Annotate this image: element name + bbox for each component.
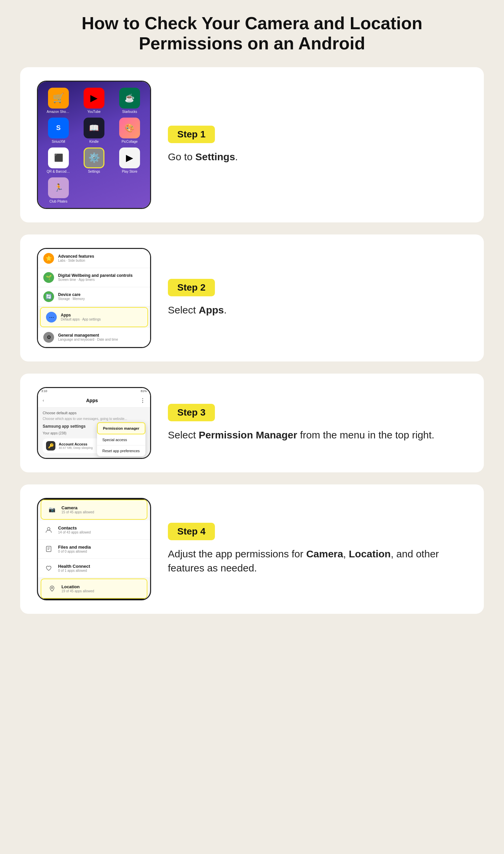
wellbeing-sub: Screen time · App timers: [58, 278, 145, 282]
piccollage-icon: 🎨: [119, 118, 140, 138]
clubpilates-icon: 🏃: [48, 177, 69, 198]
location-title: Location: [61, 584, 141, 589]
step-3-content: Step 3 Select Permission Manager from th…: [168, 404, 467, 442]
app-settings[interactable]: ⚙️ Settings: [78, 147, 110, 173]
camera-title: Camera: [61, 505, 141, 510]
settings-item-devicecare[interactable]: 🔄 Device care Storage · Memory: [38, 287, 150, 306]
advanced-icon: ⭐: [43, 253, 54, 264]
camera-icon: 📷: [47, 504, 57, 515]
app-kindle[interactable]: 📖 Kindle: [78, 118, 110, 143]
home-screen: 🛒 Amazon Shopping ▶ YouTube ☕ Starbucks …: [38, 82, 150, 208]
wellbeing-text: Digital Wellbeing and parental controls …: [58, 273, 145, 282]
step-4-screen: 📷 Camera 15 of 45 apps allowed Contacts …: [37, 498, 151, 600]
perm-location[interactable]: Location 19 of 45 apps allowed: [41, 579, 147, 599]
permission-screen: 📷 Camera 15 of 45 apps allowed Contacts …: [38, 500, 150, 599]
step-1-phone: 🛒 Amazon Shopping ▶ YouTube ☕ Starbucks …: [37, 81, 151, 209]
apps-sub: Default apps · App settings: [61, 318, 142, 321]
settings-item-wellbeing[interactable]: 🌱 Digital Wellbeing and parental control…: [38, 268, 150, 287]
menu-reset-preferences[interactable]: Reset app preferences: [97, 445, 145, 456]
playstore-icon: ▶: [119, 147, 140, 168]
step-2-card: ⭐ Advanced features Labs · Side button 🌱…: [20, 234, 484, 361]
choose-default-title: Choose default apps: [43, 411, 145, 415]
status-bar: 3:10 81%: [38, 388, 150, 394]
camera-sub: 15 of 45 apps allowed: [61, 510, 141, 514]
perm-files[interactable]: Files and media 0 of 0 apps allowed: [38, 539, 150, 559]
contacts-sub: 14 of 43 apps allowed: [58, 531, 145, 534]
app-grid: 🛒 Amazon Shopping ▶ YouTube ☕ Starbucks …: [43, 88, 145, 203]
advanced-title: Advanced features: [58, 254, 145, 259]
svg-point-2: [51, 587, 53, 589]
status-battery: 81%: [141, 389, 147, 393]
settings-item-apps[interactable]: ⋯ Apps Default apps · App settings: [40, 307, 148, 327]
apps-screen: 3:10 81% ‹ Apps ⋮ Permission manager Spe…: [38, 388, 150, 458]
choose-default-sub: Choose which apps to use messages, going…: [43, 417, 145, 421]
files-text: Files and media 0 of 0 apps allowed: [58, 545, 145, 553]
health-sub: 0 of 1 apps allowed: [58, 569, 145, 572]
general-text: General management Language and keyboard…: [58, 333, 145, 341]
health-icon: [43, 563, 54, 573]
app-amazon[interactable]: 🛒 Amazon Shopping: [43, 88, 74, 113]
settings-item-advanced[interactable]: ⭐ Advanced features Labs · Side button: [38, 249, 150, 268]
app-siriusxm[interactable]: S SiriusXM: [43, 118, 74, 143]
perm-contacts[interactable]: Contacts 14 of 43 apps allowed: [38, 520, 150, 539]
settings-label: Settings: [88, 170, 100, 173]
step-4-content: Step 4 Adjust the app permissions for Ca…: [168, 523, 467, 575]
contacts-text: Contacts 14 of 43 apps allowed: [58, 526, 145, 534]
wellbeing-title: Digital Wellbeing and parental controls: [58, 273, 145, 278]
step-4-card: 📷 Camera 15 of 45 apps allowed Contacts …: [20, 484, 484, 614]
step-3-badge: Step 3: [168, 404, 215, 421]
wellbeing-icon: 🌱: [43, 272, 54, 283]
amazon-label: Amazon Shopping: [47, 110, 70, 113]
app-starbucks[interactable]: ☕ Starbucks: [114, 88, 145, 113]
step-3-text: Select Permission Manager from the menu …: [168, 428, 467, 442]
amazon-icon: 🛒: [48, 88, 69, 108]
status-time: 3:10: [41, 389, 47, 393]
step-1-text: Go to Settings.: [168, 150, 467, 164]
general-title: General management: [58, 333, 145, 338]
settings-app-icon: ⚙️: [84, 147, 104, 168]
step-3-screen: 3:10 81% ‹ Apps ⋮ Permission manager Spe…: [37, 387, 151, 459]
more-options-button[interactable]: ⋮: [140, 398, 145, 404]
siriusxm-label: SiriusXM: [52, 140, 65, 143]
context-menu: Permission manager Special access Reset …: [97, 422, 145, 456]
files-sub: 0 of 0 apps allowed: [58, 550, 145, 553]
step-3-phone: 3:10 81% ‹ Apps ⋮ Permission manager Spe…: [37, 387, 151, 459]
devicecare-text: Device care Storage · Memory: [58, 292, 145, 301]
step-2-phone: ⭐ Advanced features Labs · Side button 🌱…: [37, 248, 151, 348]
playstore-label: Play Store: [122, 170, 137, 173]
kindle-icon: 📖: [84, 118, 104, 138]
app-clubpilates[interactable]: 🏃 Club Pilates: [43, 177, 74, 203]
menu-permission-manager[interactable]: Permission manager: [97, 422, 145, 434]
settings-item-general[interactable]: ⚙ General management Language and keyboa…: [38, 328, 150, 347]
account-access-icon: 🔑: [46, 441, 55, 450]
menu-special-access[interactable]: Special access: [97, 434, 145, 445]
files-title: Files and media: [58, 545, 145, 550]
step-1-content: Step 1 Go to Settings.: [168, 126, 467, 164]
app-playstore[interactable]: ▶ Play Store: [114, 147, 145, 173]
general-sub: Language and keyboard · Date and time: [58, 338, 145, 341]
app-qr[interactable]: ⬛ QR & Barcode Sc...: [43, 147, 74, 173]
step-4-phone: 📷 Camera 15 of 45 apps allowed Contacts …: [37, 498, 151, 600]
contacts-title: Contacts: [58, 526, 145, 531]
step-2-content: Step 2 Select Apps.: [168, 279, 467, 317]
general-icon: ⚙: [43, 332, 54, 343]
qr-label: QR & Barcode Sc...: [47, 170, 70, 173]
perm-health[interactable]: Health Connect 0 of 1 apps allowed: [38, 559, 150, 578]
apps-icon: ⋯: [46, 312, 57, 322]
app-piccollage[interactable]: 🎨 PicCollage: [114, 118, 145, 143]
advanced-text: Advanced features Labs · Side button: [58, 254, 145, 262]
devicecare-icon: 🔄: [43, 291, 54, 302]
kindle-label: Kindle: [89, 140, 99, 143]
apps-title: Apps: [61, 313, 142, 318]
siriusxm-icon: S: [48, 118, 69, 138]
perm-camera[interactable]: 📷 Camera 15 of 45 apps allowed: [41, 500, 147, 520]
contacts-icon: [43, 524, 54, 535]
app-youtube[interactable]: ▶ YouTube: [78, 88, 110, 113]
location-icon: [47, 583, 57, 594]
location-sub: 19 of 45 apps allowed: [61, 589, 141, 593]
location-text: Location 19 of 45 apps allowed: [61, 584, 141, 593]
step-4-text: Adjust the app permissions for Camera, L…: [168, 547, 467, 575]
step-2-text: Select Apps.: [168, 303, 467, 317]
step-2-screen: ⭐ Advanced features Labs · Side button 🌱…: [37, 248, 151, 348]
svg-rect-1: [46, 546, 51, 552]
